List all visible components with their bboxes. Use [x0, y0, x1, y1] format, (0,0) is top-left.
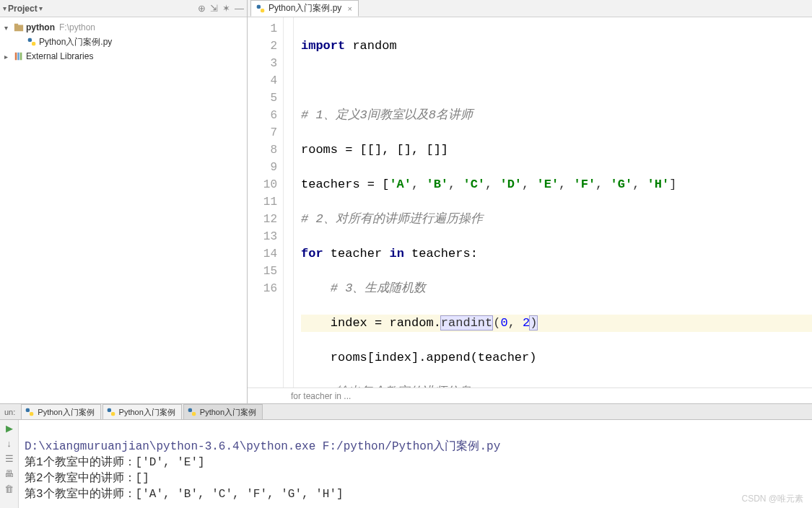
line-number: 1: [248, 20, 277, 38]
project-root-path: F:\python: [59, 22, 95, 32]
svg-rect-5: [17, 53, 19, 61]
run-tool-window: un: Python入门案例 Python入门案例 Python入门案例 ▶ ↓…: [0, 404, 812, 508]
svg-rect-7: [257, 5, 261, 9]
project-root[interactable]: ▾ python F:\python: [0, 20, 247, 35]
project-file[interactable]: Python入门案例.py: [0, 35, 247, 49]
expand-icon[interactable]: ▸: [4, 53, 13, 61]
line-number: 11: [248, 193, 277, 211]
code-string: 'H': [647, 178, 670, 191]
delete-icon[interactable]: 🗑: [4, 483, 14, 494]
breadcrumb[interactable]: for teacher in ...: [291, 391, 351, 401]
project-file-label: Python入门案例.py: [39, 36, 112, 48]
code-token: rooms = [[], [], []]: [301, 143, 448, 157]
line-number: 6: [248, 107, 277, 124]
line-number: 2: [248, 38, 277, 55]
run-tab-label: Python入门案例: [119, 407, 175, 418]
console-line: 第3个教室中的讲师：['A', 'B', 'C', 'F', 'G', 'H']: [25, 488, 344, 501]
code-token: teachers = [: [301, 178, 389, 191]
line-number: 8: [248, 141, 277, 159]
collapse-all-icon[interactable]: ⇲: [210, 3, 218, 14]
hide-icon[interactable]: —: [235, 3, 244, 14]
run-toolbar: ▶ ↓ ☰ 🖶 🗑: [0, 420, 19, 508]
line-number: 13: [248, 228, 277, 245]
code-token: teacher: [331, 247, 382, 260]
code-area[interactable]: import random # 1、定义3间教室以及8名讲师 rooms = […: [294, 17, 812, 387]
svg-rect-1: [14, 24, 18, 26]
line-number: 16: [248, 280, 277, 297]
code-token: index = random.: [331, 316, 441, 330]
code-number: 0: [500, 316, 507, 330]
code-token: random: [352, 39, 396, 53]
stop-icon[interactable]: ↓: [6, 438, 12, 449]
editor-tab-label: Python入门案例.py: [269, 2, 341, 14]
console-line: 第1个教室中的讲师：['D', 'E']: [25, 456, 205, 469]
line-number-gutter: 1 2 3 4 5 6 7 8 9 10 11 12 13 14 15 16: [248, 17, 284, 387]
line-number: 4: [248, 72, 277, 89]
dropdown-icon[interactable]: ▾: [39, 4, 43, 12]
project-tree[interactable]: ▾ python F:\python Python入门案例.py ▸ Exter…: [0, 17, 247, 66]
code-token: import: [301, 39, 345, 53]
target-icon[interactable]: ⊕: [198, 3, 206, 14]
run-config-tab-active[interactable]: Python入门案例: [183, 404, 263, 419]
line-number: 10: [248, 176, 277, 193]
line-number: 5: [248, 89, 277, 107]
svg-rect-13: [188, 408, 192, 412]
rerun-icon[interactable]: ▶: [6, 423, 13, 434]
project-tool-window: ▾ Project ▾ ⊕ ⇲ ✶ — ▾ python F:\python: [0, 0, 248, 403]
close-tab-icon[interactable]: ×: [347, 4, 352, 13]
run-config-tab[interactable]: Python入门案例: [102, 404, 182, 419]
python-run-icon: [25, 407, 35, 417]
line-number: 14: [248, 245, 277, 263]
editor-tab[interactable]: Python入门案例.py ×: [250, 0, 359, 17]
run-tab-label: Python入门案例: [200, 407, 256, 418]
code-token: teachers:: [411, 247, 478, 260]
code-token: for: [301, 247, 323, 260]
python-file-icon: [26, 37, 38, 48]
svg-rect-8: [261, 9, 264, 12]
print-icon[interactable]: 🖶: [4, 468, 14, 479]
line-number: 15: [248, 263, 277, 280]
code-string: 'A': [389, 178, 411, 191]
code-string: 'B': [426, 178, 448, 191]
collapse-icon[interactable]: ▾: [3, 4, 6, 12]
editor-body[interactable]: 1 2 3 4 5 6 7 8 9 10 11 12 13 14 15 16 i…: [248, 17, 812, 387]
code-comment: # 1、定义3间教室以及8名讲师: [301, 108, 473, 122]
libraries-icon: [13, 51, 25, 62]
run-config-tab[interactable]: Python入门案例: [21, 404, 100, 419]
python-run-icon: [187, 407, 197, 417]
code-comment: # 2、对所有的讲师进行遍历操作: [301, 212, 483, 226]
settings-icon[interactable]: ✶: [222, 3, 230, 14]
svg-rect-9: [26, 408, 30, 412]
code-comment: # 3、输出每个教室的讲师信息: [301, 385, 471, 387]
code-token: randint: [441, 316, 492, 330]
code-token: (: [493, 316, 500, 330]
watermark: CSDN @唯元素: [741, 493, 803, 505]
python-run-icon: [106, 407, 116, 417]
expand-icon[interactable]: ▾: [4, 24, 13, 32]
python-file-icon: [256, 3, 266, 14]
folder-icon: [13, 22, 25, 33]
svg-rect-3: [32, 42, 35, 45]
editor-tab-bar: Python入门案例.py ×: [248, 0, 812, 17]
line-number: 12: [248, 211, 277, 228]
svg-rect-11: [107, 408, 110, 412]
layout-icon[interactable]: ☰: [5, 453, 14, 464]
console-output[interactable]: D:\xiangmuruanjian\python-3.6.4\python.e…: [19, 420, 812, 508]
svg-rect-14: [192, 412, 196, 416]
external-libraries[interactable]: ▸ External Libraries: [0, 49, 247, 64]
fold-gutter: [284, 17, 294, 387]
line-number: 9: [248, 159, 277, 176]
code-string: 'E': [536, 178, 559, 191]
code-token: rooms[index].append(teacher): [331, 351, 537, 364]
project-title: Project: [8, 4, 38, 14]
svg-rect-2: [28, 38, 32, 42]
editor-area: Python入门案例.py × 1 2 3 4 5 6 7 8 9 10 11 …: [248, 0, 812, 403]
code-string: 'C': [463, 178, 485, 191]
external-libraries-label: External Libraries: [26, 51, 93, 61]
code-token: ): [530, 316, 537, 330]
code-token: in: [389, 247, 403, 260]
run-label: un:: [0, 408, 19, 416]
svg-rect-12: [111, 412, 115, 416]
run-tab-label: Python入门案例: [38, 407, 94, 418]
code-number: 2: [523, 316, 530, 330]
